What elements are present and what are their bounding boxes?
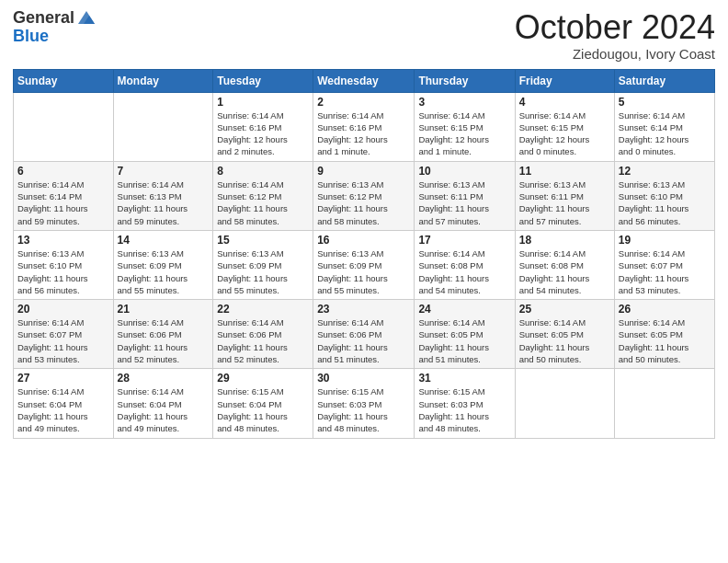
day-number: 30 [317, 372, 410, 385]
calendar-cell: 19Sunrise: 6:14 AM Sunset: 6:07 PM Dayli… [614, 230, 714, 299]
day-info: Sunrise: 6:13 AM Sunset: 6:10 PM Dayligh… [619, 178, 711, 227]
calendar-cell: 25Sunrise: 6:14 AM Sunset: 6:05 PM Dayli… [515, 300, 614, 369]
calendar-cell: 27Sunrise: 6:14 AM Sunset: 6:04 PM Dayli… [14, 369, 114, 438]
calendar-cell: 15Sunrise: 6:13 AM Sunset: 6:09 PM Dayli… [213, 230, 313, 299]
calendar-cell: 29Sunrise: 6:15 AM Sunset: 6:04 PM Dayli… [213, 369, 313, 438]
calendar-weekday-header: Friday [515, 69, 614, 92]
calendar-weekday-header: Monday [113, 69, 213, 92]
calendar-cell: 16Sunrise: 6:13 AM Sunset: 6:09 PM Dayli… [313, 230, 415, 299]
day-number: 26 [619, 303, 711, 316]
calendar-cell: 23Sunrise: 6:14 AM Sunset: 6:06 PM Dayli… [313, 300, 415, 369]
day-info: Sunrise: 6:14 AM Sunset: 6:05 PM Dayligh… [418, 316, 510, 365]
day-number: 27 [17, 372, 109, 385]
calendar-cell: 22Sunrise: 6:14 AM Sunset: 6:06 PM Dayli… [213, 300, 313, 369]
calendar-cell: 7Sunrise: 6:14 AM Sunset: 6:13 PM Daylig… [113, 161, 213, 230]
day-info: Sunrise: 6:14 AM Sunset: 6:05 PM Dayligh… [619, 316, 711, 365]
day-info: Sunrise: 6:13 AM Sunset: 6:12 PM Dayligh… [317, 178, 410, 227]
month-title: October 2024 [515, 9, 715, 46]
calendar-cell: 28Sunrise: 6:14 AM Sunset: 6:04 PM Dayli… [113, 369, 213, 438]
day-number: 15 [217, 234, 309, 247]
calendar-weekday-header: Saturday [614, 69, 714, 92]
day-number: 8 [217, 165, 309, 178]
day-info: Sunrise: 6:13 AM Sunset: 6:09 PM Dayligh… [317, 247, 410, 296]
day-info: Sunrise: 6:14 AM Sunset: 6:16 PM Dayligh… [217, 109, 309, 158]
day-info: Sunrise: 6:14 AM Sunset: 6:05 PM Dayligh… [519, 316, 610, 365]
day-info: Sunrise: 6:13 AM Sunset: 6:11 PM Dayligh… [418, 178, 510, 227]
day-number: 10 [418, 165, 510, 178]
day-info: Sunrise: 6:14 AM Sunset: 6:06 PM Dayligh… [317, 316, 410, 365]
day-number: 2 [317, 96, 410, 109]
calendar-cell: 6Sunrise: 6:14 AM Sunset: 6:14 PM Daylig… [14, 161, 114, 230]
calendar-cell: 17Sunrise: 6:14 AM Sunset: 6:08 PM Dayli… [415, 230, 515, 299]
day-info: Sunrise: 6:13 AM Sunset: 6:10 PM Dayligh… [17, 247, 109, 296]
calendar-cell: 8Sunrise: 6:14 AM Sunset: 6:12 PM Daylig… [213, 161, 313, 230]
day-number: 29 [217, 372, 309, 385]
calendar-cell: 14Sunrise: 6:13 AM Sunset: 6:09 PM Dayli… [113, 230, 213, 299]
calendar: SundayMondayTuesdayWednesdayThursdayFrid… [13, 69, 715, 439]
calendar-cell: 11Sunrise: 6:13 AM Sunset: 6:11 PM Dayli… [515, 161, 614, 230]
day-number: 24 [418, 303, 510, 316]
calendar-cell [614, 369, 714, 438]
day-number: 3 [418, 96, 510, 109]
day-number: 6 [17, 165, 109, 178]
calendar-cell: 18Sunrise: 6:14 AM Sunset: 6:08 PM Dayli… [515, 230, 614, 299]
day-info: Sunrise: 6:14 AM Sunset: 6:04 PM Dayligh… [118, 385, 210, 434]
day-number: 31 [418, 372, 510, 385]
day-info: Sunrise: 6:14 AM Sunset: 6:04 PM Dayligh… [17, 385, 109, 434]
calendar-week-row: 13Sunrise: 6:13 AM Sunset: 6:10 PM Dayli… [14, 230, 715, 299]
day-number: 7 [118, 165, 210, 178]
calendar-cell [515, 369, 614, 438]
calendar-cell: 20Sunrise: 6:14 AM Sunset: 6:07 PM Dayli… [14, 300, 114, 369]
calendar-weekday-header: Sunday [14, 69, 114, 92]
day-info: Sunrise: 6:13 AM Sunset: 6:11 PM Dayligh… [519, 178, 610, 227]
day-number: 4 [519, 96, 610, 109]
day-number: 14 [118, 234, 210, 247]
page: General Blue October 2024 Ziedougou, Ivo… [0, 0, 728, 563]
day-number: 11 [519, 165, 610, 178]
day-info: Sunrise: 6:14 AM Sunset: 6:13 PM Dayligh… [118, 178, 210, 227]
day-info: Sunrise: 6:14 AM Sunset: 6:06 PM Dayligh… [217, 316, 309, 365]
day-info: Sunrise: 6:14 AM Sunset: 6:07 PM Dayligh… [17, 316, 109, 365]
day-number: 13 [17, 234, 109, 247]
calendar-cell: 1Sunrise: 6:14 AM Sunset: 6:16 PM Daylig… [213, 92, 313, 161]
calendar-header-row: SundayMondayTuesdayWednesdayThursdayFrid… [14, 69, 715, 92]
day-number: 1 [217, 96, 309, 109]
calendar-cell: 3Sunrise: 6:14 AM Sunset: 6:15 PM Daylig… [415, 92, 515, 161]
calendar-week-row: 20Sunrise: 6:14 AM Sunset: 6:07 PM Dayli… [14, 300, 715, 369]
logo-general: General [13, 9, 74, 28]
calendar-week-row: 27Sunrise: 6:14 AM Sunset: 6:04 PM Dayli… [14, 369, 715, 438]
day-info: Sunrise: 6:14 AM Sunset: 6:15 PM Dayligh… [418, 109, 510, 158]
calendar-cell: 21Sunrise: 6:14 AM Sunset: 6:06 PM Dayli… [113, 300, 213, 369]
day-info: Sunrise: 6:14 AM Sunset: 6:06 PM Dayligh… [118, 316, 210, 365]
day-info: Sunrise: 6:15 AM Sunset: 6:03 PM Dayligh… [418, 385, 510, 434]
day-info: Sunrise: 6:14 AM Sunset: 6:15 PM Dayligh… [519, 109, 610, 158]
calendar-cell: 12Sunrise: 6:13 AM Sunset: 6:10 PM Dayli… [614, 161, 714, 230]
day-number: 21 [118, 303, 210, 316]
day-number: 18 [519, 234, 610, 247]
day-info: Sunrise: 6:15 AM Sunset: 6:04 PM Dayligh… [217, 385, 309, 434]
day-number: 5 [619, 96, 711, 109]
day-number: 28 [118, 372, 210, 385]
day-info: Sunrise: 6:14 AM Sunset: 6:16 PM Dayligh… [317, 109, 410, 158]
day-number: 23 [317, 303, 410, 316]
calendar-weekday-header: Thursday [415, 69, 515, 92]
title-area: October 2024 Ziedougou, Ivory Coast [515, 9, 715, 62]
day-info: Sunrise: 6:15 AM Sunset: 6:03 PM Dayligh… [317, 385, 410, 434]
calendar-cell [14, 92, 114, 161]
day-number: 16 [317, 234, 410, 247]
location-subtitle: Ziedougou, Ivory Coast [515, 46, 715, 62]
day-info: Sunrise: 6:14 AM Sunset: 6:14 PM Dayligh… [17, 178, 109, 227]
day-info: Sunrise: 6:14 AM Sunset: 6:07 PM Dayligh… [619, 247, 711, 296]
day-number: 22 [217, 303, 309, 316]
calendar-weekday-header: Tuesday [213, 69, 313, 92]
logo-icon [76, 7, 97, 28]
calendar-cell: 31Sunrise: 6:15 AM Sunset: 6:03 PM Dayli… [415, 369, 515, 438]
day-number: 20 [17, 303, 109, 316]
day-number: 19 [619, 234, 711, 247]
calendar-cell: 24Sunrise: 6:14 AM Sunset: 6:05 PM Dayli… [415, 300, 515, 369]
calendar-cell: 5Sunrise: 6:14 AM Sunset: 6:14 PM Daylig… [614, 92, 714, 161]
day-number: 17 [418, 234, 510, 247]
calendar-cell: 30Sunrise: 6:15 AM Sunset: 6:03 PM Dayli… [313, 369, 415, 438]
header: General Blue October 2024 Ziedougou, Ivo… [13, 9, 715, 62]
calendar-week-row: 1Sunrise: 6:14 AM Sunset: 6:16 PM Daylig… [14, 92, 715, 161]
